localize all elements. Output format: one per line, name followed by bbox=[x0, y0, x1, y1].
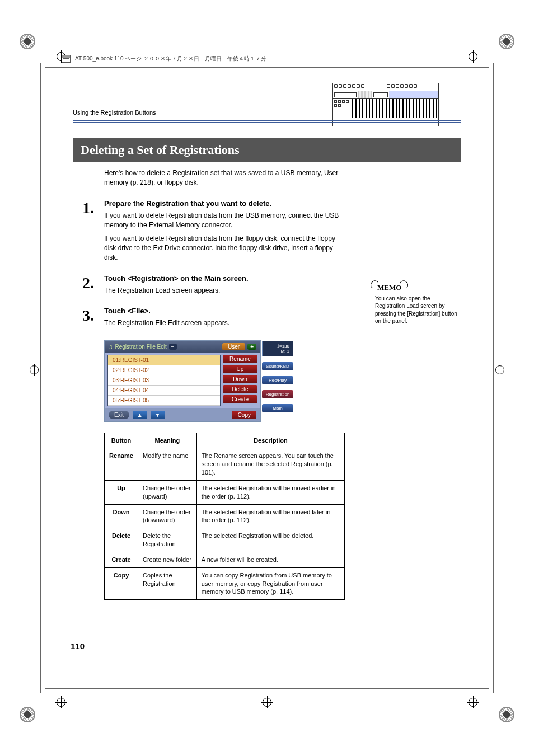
registration-mark-icon bbox=[467, 696, 479, 708]
table-cell: The selected Registration will be moved … bbox=[196, 480, 344, 504]
registration-button[interactable]: Registration bbox=[262, 390, 293, 398]
main-button[interactable]: Main bbox=[262, 404, 293, 412]
step-number: 2. bbox=[73, 274, 94, 299]
table-cell: Create bbox=[105, 552, 138, 567]
table-row: Copy Copies the Registration You can cop… bbox=[105, 567, 345, 600]
table-cell: The selected Registration will be delete… bbox=[196, 528, 344, 552]
table-cell: Copy bbox=[105, 567, 138, 600]
crop-mark-bottom-left bbox=[20, 707, 35, 722]
table-cell: The selected Registration will be moved … bbox=[196, 504, 344, 528]
table-row: Delete Delete the Registration The selec… bbox=[105, 528, 345, 552]
table-cell: A new folder will be created. bbox=[196, 552, 344, 567]
up-arrow-icon[interactable]: ▲ bbox=[133, 411, 147, 419]
step-text: If you want to delete Registration data … bbox=[104, 234, 347, 263]
table-header: Description bbox=[196, 433, 344, 448]
table-cell: Copies the Registration bbox=[138, 567, 197, 600]
step-number: 3. bbox=[73, 307, 94, 331]
up-button[interactable]: Up bbox=[223, 365, 257, 373]
minus-icon[interactable]: − bbox=[169, 344, 177, 350]
table-row: Create Create new folder A new folder wi… bbox=[105, 552, 345, 567]
table-cell: Modify the name bbox=[138, 448, 197, 481]
table-cell: The Rename screen appears. You can touch… bbox=[196, 448, 344, 481]
table-row: Down Change the order (downward) The sel… bbox=[105, 504, 345, 528]
rename-button[interactable]: Rename bbox=[223, 355, 257, 363]
step-text: If you want to delete Registration data … bbox=[104, 211, 347, 231]
page-number: 110 bbox=[71, 641, 85, 651]
measure-value: M: 1 bbox=[266, 349, 289, 354]
header-text: AT-500_e.book 110 ページ ２００８年７月２８日 月曜日 午後４… bbox=[75, 55, 266, 63]
table-cell: Delete bbox=[105, 528, 138, 552]
breadcrumb: Using the Registration Buttons bbox=[73, 109, 461, 116]
user-button[interactable]: User bbox=[222, 343, 245, 350]
sound-kbd-button[interactable]: Sound/KBD bbox=[262, 362, 293, 370]
table-cell: Rename bbox=[105, 448, 138, 481]
delete-button[interactable]: Delete bbox=[223, 385, 257, 393]
plus-icon[interactable]: + bbox=[247, 344, 256, 350]
section-rule bbox=[73, 120, 461, 123]
tempo-value: ♩=130 bbox=[266, 344, 289, 349]
list-item[interactable]: 05:REGIST-05 bbox=[108, 396, 220, 406]
registration-list: 01:REGIST-01 02:REGIST-02 03:REGIST-03 0… bbox=[107, 355, 221, 406]
registration-mark-icon bbox=[55, 696, 67, 708]
table-row: Rename Modify the name The Rename screen… bbox=[105, 448, 345, 481]
exit-button[interactable]: Exit bbox=[109, 411, 129, 419]
table-cell: Delete the Registration bbox=[138, 528, 197, 552]
memo-icon: MEMO bbox=[375, 283, 404, 293]
step-1: 1. Prepare the Registration that you wan… bbox=[73, 199, 347, 266]
step-title: Prepare the Registration that you want t… bbox=[104, 199, 347, 208]
list-item[interactable]: 03:REGIST-03 bbox=[108, 375, 220, 386]
registration-mark-icon bbox=[261, 696, 273, 708]
step-text: The Registration File Edit screen appear… bbox=[104, 318, 347, 328]
intro-text: Here's how to delete a Registration set … bbox=[104, 168, 345, 188]
list-item[interactable]: 01:REGIST-01 bbox=[108, 355, 220, 365]
table-cell: Change the order (downward) bbox=[138, 504, 197, 528]
table-cell: Change the order (upward) bbox=[138, 480, 197, 504]
tempo-display: ♩=130 M: 1 bbox=[262, 341, 293, 356]
crop-mark-bottom-right bbox=[499, 707, 514, 722]
table-cell: Down bbox=[105, 504, 138, 528]
down-arrow-icon[interactable]: ▼ bbox=[151, 411, 165, 419]
table-row: Up Change the order (upward) The selecte… bbox=[105, 480, 345, 504]
registration-mark-icon bbox=[28, 364, 40, 376]
create-button[interactable]: Create bbox=[223, 395, 257, 403]
crop-mark-top-right bbox=[499, 34, 514, 49]
rec-play-button[interactable]: Rec/Play bbox=[262, 376, 293, 384]
crop-mark-top-left bbox=[20, 34, 35, 49]
list-item[interactable]: 02:REGIST-02 bbox=[108, 365, 220, 375]
table-header: Button bbox=[105, 433, 138, 448]
ui-title: Registration File Edit bbox=[115, 344, 167, 350]
step-3: 3. Touch <File>. The Registration File E… bbox=[73, 307, 347, 331]
step-number: 1. bbox=[73, 199, 94, 266]
step-title: Touch <File>. bbox=[104, 307, 347, 315]
registration-mark-icon bbox=[494, 364, 506, 376]
button-description-table: Button Meaning Description Rename Modify… bbox=[104, 433, 345, 600]
down-button[interactable]: Down bbox=[223, 375, 257, 383]
step-2: 2. Touch <Registration> on the Main scre… bbox=[73, 274, 347, 299]
table-cell: You can copy Registration from USB memor… bbox=[196, 567, 344, 600]
registration-mark-icon bbox=[467, 50, 479, 63]
memo-note: MEMO You can also open the Registration … bbox=[375, 283, 459, 325]
music-icon: ♫ bbox=[109, 344, 113, 350]
book-icon bbox=[62, 55, 71, 63]
table-cell: Up bbox=[105, 480, 138, 504]
table-cell: Create new folder bbox=[138, 552, 197, 567]
memo-text: You can also open the Registration Load … bbox=[375, 295, 459, 325]
page-title: Deleting a Set of Registrations bbox=[73, 138, 461, 162]
list-item[interactable]: 04:REGIST-04 bbox=[108, 386, 220, 396]
ui-screenshot: ♫ Registration File Edit − User + 01:REG… bbox=[104, 340, 261, 422]
table-header: Meaning bbox=[138, 433, 197, 448]
step-text: The Registration Load screen appears. bbox=[104, 286, 347, 295]
step-title: Touch <Registration> on the Main screen. bbox=[104, 274, 347, 283]
document-header: AT-500_e.book 110 ページ ２００８年７月２８日 月曜日 午後４… bbox=[62, 55, 266, 63]
copy-button[interactable]: Copy bbox=[232, 411, 256, 419]
